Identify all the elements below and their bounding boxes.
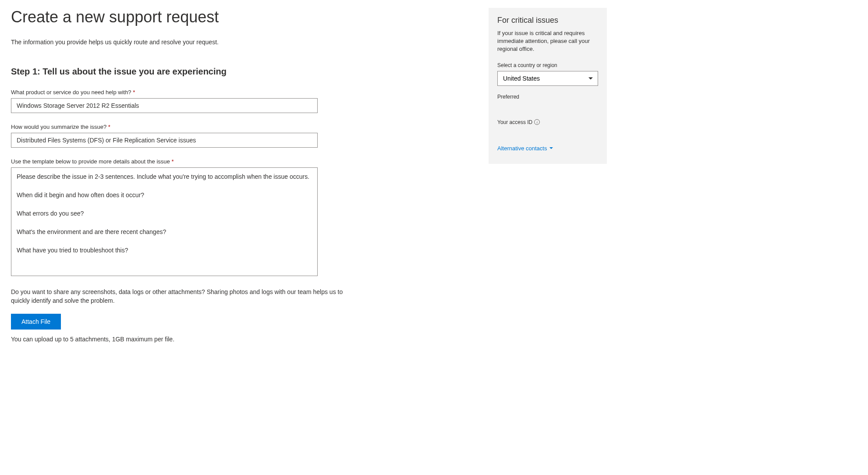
attachment-description: Do you want to share any screenshots, da…: [11, 288, 353, 305]
product-input[interactable]: [11, 98, 318, 113]
access-id-value: [497, 128, 598, 137]
preferred-value: [497, 103, 598, 111]
details-label: Use the template below to provide more d…: [11, 158, 475, 165]
summary-label: How would you summarize the issue? *: [11, 124, 475, 130]
country-region-select[interactable]: United States: [497, 71, 598, 86]
critical-issues-sidebar: For critical issues If your issue is cri…: [489, 8, 607, 164]
page-subtitle: The information you provide helps us qui…: [11, 39, 475, 46]
sidebar-description: If your issue is critical and requires i…: [497, 29, 598, 53]
sidebar-heading: For critical issues: [497, 16, 598, 25]
alternative-contacts-link[interactable]: Alternative contacts: [497, 145, 553, 152]
attach-file-button[interactable]: Attach File: [11, 314, 61, 330]
product-label: What product or service do you need help…: [11, 89, 475, 96]
attachment-help-text: You can upload up to 5 attachments, 1GB …: [11, 336, 475, 343]
info-icon[interactable]: i: [534, 119, 540, 125]
required-asterisk: *: [171, 158, 174, 165]
preferred-label: Preferred: [497, 94, 598, 100]
chevron-down-icon: [549, 147, 553, 149]
required-asterisk: *: [133, 89, 135, 96]
step-1-heading: Step 1: Tell us about the issue you are …: [11, 67, 475, 77]
access-id-label: Your access ID i: [497, 119, 598, 125]
country-region-label: Select a country or region: [497, 62, 598, 68]
summary-input[interactable]: [11, 133, 318, 148]
page-title: Create a new support request: [11, 8, 475, 26]
required-asterisk: *: [108, 124, 110, 130]
details-textarea[interactable]: [11, 167, 318, 276]
